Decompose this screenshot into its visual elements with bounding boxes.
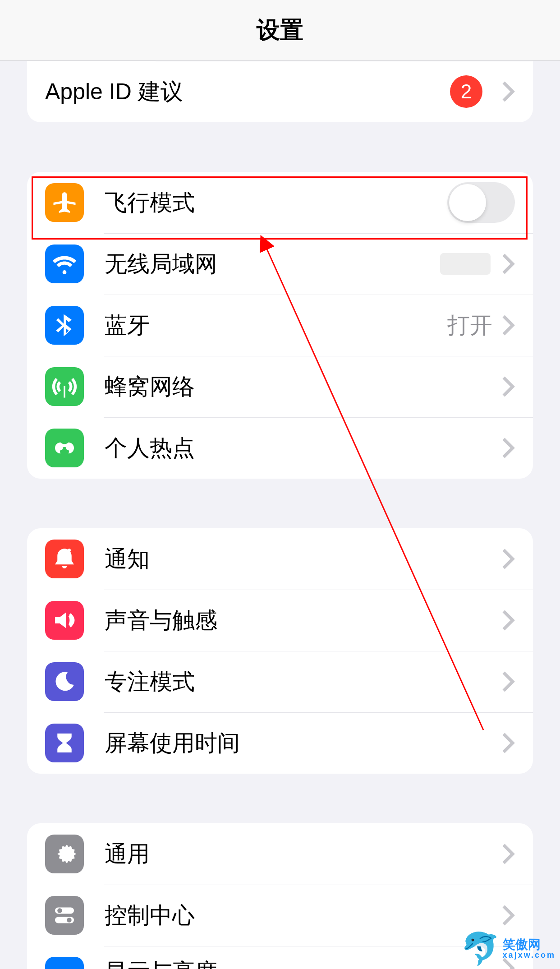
- apple-id-label: Apple ID 建议: [45, 77, 450, 107]
- chevron-right-icon: [501, 253, 515, 275]
- bell-icon: [45, 540, 84, 578]
- row-hotspot[interactable]: 个人热点: [27, 417, 533, 479]
- row-general[interactable]: 通用: [27, 823, 533, 885]
- chevron-right-icon: [501, 375, 515, 398]
- bluetooth-icon: [45, 306, 84, 345]
- wifi-value-redacted: [440, 253, 491, 275]
- row-apple-id-suggestions[interactable]: Apple ID 建议 2: [27, 61, 533, 122]
- row-notifications[interactable]: 通知: [27, 528, 533, 590]
- toggle-knob: [449, 184, 486, 221]
- row-screentime[interactable]: 屏幕使用时间: [27, 712, 533, 774]
- airplane-icon: [45, 183, 84, 222]
- toggles-icon: [45, 896, 84, 935]
- general-label: 通用: [105, 839, 501, 869]
- page-title: 设置: [257, 14, 303, 46]
- watermark: 🐬 笑傲网 xajxw.com: [461, 933, 555, 964]
- chevron-right-icon: [501, 80, 515, 103]
- watermark-main: 笑傲网: [503, 938, 555, 951]
- hotspot-icon: [45, 429, 84, 467]
- display-icon: AA: [45, 957, 84, 969]
- spacer: [27, 122, 533, 172]
- chevron-right-icon: [501, 437, 515, 459]
- chevron-right-icon: [501, 314, 515, 337]
- row-focus[interactable]: 专注模式: [27, 651, 533, 712]
- notification-badge: 2: [450, 75, 482, 108]
- control-center-label: 控制中心: [105, 900, 501, 931]
- screentime-label: 屏幕使用时间: [105, 728, 501, 758]
- svg-point-2: [57, 908, 62, 913]
- chevron-right-icon: [501, 904, 515, 927]
- row-cellular[interactable]: 蜂窝网络: [27, 356, 533, 417]
- spacer: [27, 774, 533, 823]
- hourglass-icon: [45, 724, 84, 762]
- hotspot-label: 个人热点: [105, 433, 501, 463]
- watermark-sub: xajxw.com: [503, 951, 555, 959]
- gear-icon: [45, 835, 84, 873]
- bluetooth-value: 打开: [447, 310, 492, 341]
- focus-label: 专注模式: [105, 667, 501, 697]
- cellular-icon: [45, 367, 84, 406]
- svg-text:AA: AA: [56, 967, 77, 969]
- speaker-icon: [45, 601, 84, 640]
- row-bluetooth[interactable]: 蓝牙 打开: [27, 295, 533, 356]
- cellular-label: 蜂窝网络: [105, 372, 501, 402]
- display-label: 显示与亮度: [105, 957, 501, 969]
- notifications-label: 通知: [105, 544, 501, 574]
- row-sounds[interactable]: 声音与触感: [27, 590, 533, 651]
- svg-point-3: [67, 918, 72, 923]
- chevron-right-icon: [501, 732, 515, 754]
- spacer: [27, 479, 533, 528]
- group-network: 飞行模式 无线局域网 蓝牙 打开 蜂窝网络: [27, 172, 533, 479]
- group-apple-id: Apple ID 建议 2: [27, 61, 533, 122]
- group-alerts: 通知 声音与触感 专注模式 屏幕使用时间: [27, 528, 533, 774]
- row-airplane-mode[interactable]: 飞行模式: [27, 172, 533, 233]
- chevron-right-icon: [501, 548, 515, 570]
- settings-header: 设置: [0, 0, 560, 61]
- row-control-center[interactable]: 控制中心: [27, 885, 533, 946]
- wifi-icon: [45, 245, 84, 283]
- airplane-label: 飞行模式: [105, 188, 447, 218]
- bluetooth-label: 蓝牙: [105, 310, 447, 341]
- sounds-label: 声音与触感: [105, 605, 501, 636]
- settings-content: Apple ID 建议 2 飞行模式 无线局域网: [0, 61, 560, 969]
- airplane-toggle[interactable]: [447, 182, 515, 223]
- wifi-label: 无线局域网: [105, 249, 440, 279]
- chevron-right-icon: [501, 843, 515, 865]
- chevron-right-icon: [501, 609, 515, 632]
- dolphin-icon: 🐬: [461, 933, 500, 964]
- row-wifi[interactable]: 无线局域网: [27, 233, 533, 295]
- group-general: 通用 控制中心 AA 显示与亮度: [27, 823, 533, 969]
- row-display-brightness[interactable]: AA 显示与亮度: [27, 946, 533, 969]
- moon-icon: [45, 662, 84, 701]
- chevron-right-icon: [501, 670, 515, 693]
